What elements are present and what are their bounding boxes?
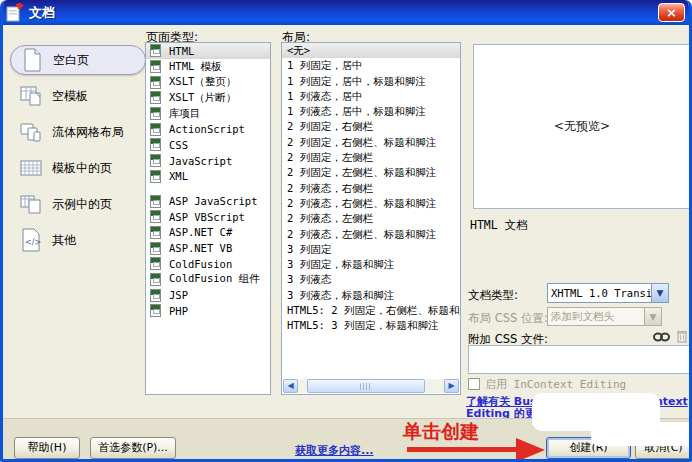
horizontal-scrollbar[interactable]: ◀ ▶ xyxy=(283,379,459,393)
page-type-label: ActionScript xyxy=(169,123,245,135)
layout-item[interactable]: HTML5: 3 列固定，标题和脚注 xyxy=(282,318,460,333)
layout-css-value: 添加到文档头 xyxy=(548,310,644,324)
new-document-dialog: 文档 × 空白页空模板流体网格布局模板中的页示例中的页</>其他 页面类型: 布… xyxy=(0,0,692,462)
file-type-icon xyxy=(150,91,161,104)
sidebar-item-label: 流体网格布局 xyxy=(52,124,124,141)
page-type-label: ASP.NET VB xyxy=(169,242,232,254)
page-type-item[interactable]: ActionScript xyxy=(146,121,270,137)
file-type-icon xyxy=(150,242,161,255)
doctype-value: XHTML 1.0 Transitional xyxy=(548,287,651,299)
layout-item[interactable]: 3 列液态 xyxy=(282,272,460,287)
page-type-item[interactable]: JSP xyxy=(146,287,270,303)
page-type-label: ASP VBScript xyxy=(169,211,245,223)
layout-item[interactable]: 2 列固定，左侧栏 xyxy=(282,150,460,165)
page-type-label: CSS xyxy=(169,139,188,151)
layout-item[interactable]: 3 列固定，标题和脚注 xyxy=(282,257,460,272)
layout-item[interactable]: 2 列液态，右侧栏 xyxy=(282,181,460,196)
page-type-item[interactable]: ColdFusion 组件 xyxy=(146,272,270,288)
layout-item[interactable]: 1 列液态，居中 xyxy=(282,89,460,104)
title-bar: 文档 × xyxy=(0,0,692,25)
page-type-item[interactable]: XSLT（片断） xyxy=(146,90,270,106)
page-type-item[interactable]: XML xyxy=(146,169,270,185)
sidebar-item-fluid-grid[interactable]: 流体网格布局 xyxy=(10,117,146,147)
sidebar-item-label: 空白页 xyxy=(53,52,89,69)
doctype-select[interactable]: XHTML 1.0 Transitional ▼ xyxy=(547,283,669,303)
chevron-down-icon: ▼ xyxy=(644,308,661,325)
file-type-icon xyxy=(150,289,161,302)
page-type-item[interactable]: HTML 模板 xyxy=(146,59,270,75)
file-type-icon xyxy=(150,123,161,136)
other-icon: </> xyxy=(18,227,44,253)
sidebar-item-blank-template[interactable]: 空模板 xyxy=(10,81,146,111)
layout-css-label: 布局 CSS 位置: xyxy=(468,311,548,326)
page-type-item[interactable]: HTML xyxy=(146,43,270,59)
file-type-icon xyxy=(150,304,161,317)
page-type-label: XSLT（整页） xyxy=(169,75,236,89)
file-type-icon xyxy=(150,257,161,270)
preferences-button[interactable]: 首选参数(P)... xyxy=(90,437,176,459)
layout-list[interactable]: <无>1 列固定，居中1 列固定，居中，标题和脚注1 列液态，居中1 列液态，居… xyxy=(281,42,461,395)
layout-css-select: 添加到文档头 ▼ xyxy=(547,307,662,326)
annotation-text: 单击创建 xyxy=(403,419,479,445)
file-type-icon xyxy=(150,60,161,73)
get-more-content-link[interactable]: 获取更多内容... xyxy=(295,443,374,458)
trash-icon xyxy=(676,329,688,343)
page-type-item[interactable]: 库项目 xyxy=(146,106,270,122)
incontext-checkbox[interactable] xyxy=(468,378,480,390)
page-type-list[interactable]: HTMLHTML 模板XSLT（整页）XSLT（片断）库项目ActionScri… xyxy=(145,42,271,395)
layout-item[interactable]: 3 列液态，标题和脚注 xyxy=(282,288,460,303)
scroll-right-icon[interactable]: ▶ xyxy=(444,379,459,393)
sidebar-item-blank-page[interactable]: 空白页 xyxy=(10,45,146,75)
help-button[interactable]: 帮助(H) xyxy=(14,437,80,459)
layout-item[interactable]: 1 列固定，居中，标题和脚注 xyxy=(282,74,460,89)
layout-item[interactable]: 2 列液态，左侧栏 xyxy=(282,211,460,226)
no-preview-text: <无预览> xyxy=(554,118,610,135)
page-type-item[interactable]: CSS xyxy=(146,137,270,153)
page-type-item[interactable]: PHP xyxy=(146,303,270,319)
file-type-icon xyxy=(150,226,161,239)
page-type-item[interactable]: JavaScript xyxy=(146,153,270,169)
chevron-down-icon[interactable]: ▼ xyxy=(651,284,668,302)
layout-item[interactable]: HTML5: 2 列固定，右侧栏、标题和脚注 xyxy=(282,303,460,318)
close-button[interactable]: × xyxy=(658,3,685,22)
sidebar-item-other[interactable]: </>其他 xyxy=(10,225,146,255)
sidebar-item-page-from-sample[interactable]: 示例中的页 xyxy=(10,189,146,219)
doctype-label: 文档类型: xyxy=(468,288,518,303)
page-type-label: ASP.NET C# xyxy=(169,226,232,238)
page-type-item[interactable]: ASP.NET VB xyxy=(146,240,270,256)
category-sidebar: 空白页空模板流体网格布局模板中的页示例中的页</>其他 xyxy=(10,45,146,255)
window-title: 文档 xyxy=(29,4,55,22)
page-type-label: HTML 模板 xyxy=(169,60,222,74)
layout-item[interactable]: <无> xyxy=(282,43,460,58)
page-type-item[interactable]: ColdFusion xyxy=(146,256,270,272)
page-type-item[interactable]: ASP.NET C# xyxy=(146,225,270,241)
layout-item[interactable]: 1 列固定，居中 xyxy=(282,58,460,73)
preview-box: <无预览> xyxy=(473,44,691,209)
scrollbar-thumb[interactable] xyxy=(307,379,425,393)
layout-item[interactable]: 3 列固定 xyxy=(282,242,460,257)
page-type-label: ColdFusion 组件 xyxy=(169,272,260,286)
layout-item[interactable]: 2 列液态，左侧栏、标题和脚注 xyxy=(282,227,460,242)
page-type-item[interactable]: ASP VBScript xyxy=(146,209,270,225)
fluid-grid-icon xyxy=(18,119,44,145)
page-type-label: XML xyxy=(169,170,188,182)
sidebar-item-label: 其他 xyxy=(52,232,76,249)
annotation-arrow xyxy=(407,447,519,452)
layout-item[interactable]: 2 列液态，右侧栏、标题和脚注 xyxy=(282,196,460,211)
sidebar-item-label: 模板中的页 xyxy=(52,160,112,177)
page-type-label: ASP JavaScript xyxy=(169,195,258,207)
sidebar-item-page-from-template[interactable]: 模板中的页 xyxy=(10,153,146,183)
page-type-item[interactable]: ASP JavaScript xyxy=(146,193,270,209)
layout-item[interactable]: 1 列液态，居中，标题和脚注 xyxy=(282,104,460,119)
attached-css-listbox[interactable] xyxy=(468,345,691,374)
file-type-icon xyxy=(150,107,161,120)
layout-item[interactable]: 2 列固定，右侧栏、标题和脚注 xyxy=(282,135,460,150)
svg-text:</>: </> xyxy=(25,238,41,247)
scroll-left-icon[interactable]: ◀ xyxy=(283,379,298,393)
layout-item[interactable]: 2 列固定，左侧栏、标题和脚注 xyxy=(282,165,460,180)
chain-link-icon[interactable] xyxy=(653,332,670,342)
layout-item[interactable]: 2 列固定，右侧栏 xyxy=(282,119,460,134)
page-type-item[interactable]: XSLT（整页） xyxy=(146,74,270,90)
page-from-template-icon xyxy=(18,155,44,181)
file-type-icon xyxy=(150,170,161,183)
